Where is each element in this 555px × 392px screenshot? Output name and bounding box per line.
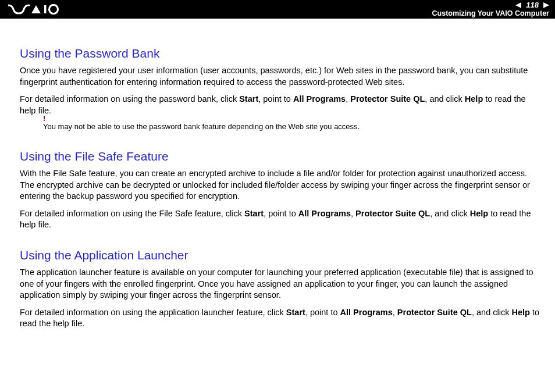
bold-all-programs: All Programs xyxy=(340,308,393,317)
bold-start: Start xyxy=(239,94,258,104)
svg-rect-0 xyxy=(44,5,47,13)
text-fragment: , point to xyxy=(305,308,340,317)
text-fragment: , xyxy=(346,94,350,104)
text-fragment: , xyxy=(351,209,355,218)
bold-help: Help xyxy=(470,209,488,218)
file-safe-p1: With the File Safe feature, you can crea… xyxy=(20,168,540,202)
next-page-arrow-icon[interactable] xyxy=(543,2,549,8)
svg-point-1 xyxy=(49,5,58,14)
note-block: ! You may not be able to use the passwor… xyxy=(20,122,540,132)
text-fragment: For detailed information on using the pa… xyxy=(20,94,239,104)
vaio-logo xyxy=(8,4,59,15)
content-area: Using the Password Bank Once you have re… xyxy=(0,19,555,330)
document-page: 118 Customizing Your VAIO Computer Using… xyxy=(0,0,555,392)
page-number: 118 xyxy=(526,1,539,9)
note-text: You may not be able to use the password … xyxy=(43,122,540,132)
pw-bank-p2: For detailed information on using the pa… xyxy=(20,94,540,116)
text-fragment: , and click xyxy=(472,308,512,317)
bold-start: Start xyxy=(244,209,264,218)
section-title-file-safe: Using the File Safe Feature xyxy=(20,149,540,163)
app-launcher-p1: The application launcher feature is avai… xyxy=(20,267,540,301)
header-bar: 118 Customizing Your VAIO Computer xyxy=(0,1,555,18)
section-title-app-launcher: Using the Application Launcher xyxy=(20,248,540,262)
bold-help: Help xyxy=(465,94,483,104)
text-fragment: , and click xyxy=(430,209,470,218)
bold-suite: Protector Suite QL xyxy=(350,94,425,104)
text-fragment: , and click xyxy=(425,94,465,104)
text-fragment: , xyxy=(393,308,397,317)
pw-bank-p1: Once you have registered your user infor… xyxy=(20,65,540,88)
text-fragment: , point to xyxy=(258,94,293,104)
app-launcher-p2: For detailed information on using the ap… xyxy=(20,307,540,330)
bold-all-programs: All Programs xyxy=(293,94,346,104)
text-fragment: For detailed information on using the ap… xyxy=(20,308,286,317)
file-safe-p2: For detailed information on using the Fi… xyxy=(20,208,540,231)
text-fragment: , point to xyxy=(264,209,298,218)
section-title-password-bank: Using the Password Bank xyxy=(20,47,540,60)
bold-start: Start xyxy=(286,308,305,317)
vaio-logo-svg xyxy=(8,4,59,15)
bold-suite: Protector Suite QL xyxy=(397,308,472,317)
prev-page-arrow-icon[interactable] xyxy=(515,2,521,8)
note-exclaim-icon: ! xyxy=(43,114,45,123)
header-right: 118 Customizing Your VAIO Computer xyxy=(432,1,549,17)
bold-suite: Protector Suite QL xyxy=(355,209,430,218)
page-nav: 118 xyxy=(515,1,549,9)
bold-help: Help xyxy=(511,308,529,317)
text-fragment: For detailed information on using the Fi… xyxy=(20,209,244,218)
header-subtitle: Customizing Your VAIO Computer xyxy=(432,10,549,17)
bold-all-programs: All Programs xyxy=(298,209,351,218)
